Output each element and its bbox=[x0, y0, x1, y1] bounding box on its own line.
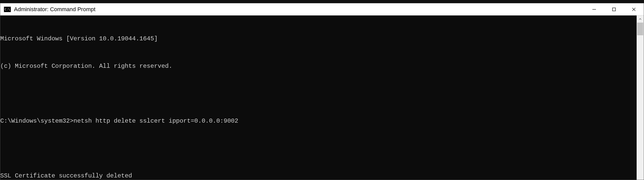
terminal-line: Microsoft Windows [Version 10.0.19044.16… bbox=[0, 34, 637, 43]
terminal-line bbox=[0, 89, 637, 98]
scroll-up-icon[interactable] bbox=[637, 15, 644, 23]
vertical-scrollbar[interactable] bbox=[637, 15, 644, 180]
terminal-line bbox=[0, 144, 637, 153]
cmd-icon: C:\ bbox=[4, 7, 11, 12]
minimize-icon bbox=[592, 7, 597, 12]
scroll-track[interactable] bbox=[637, 23, 644, 180]
minimize-button[interactable] bbox=[584, 3, 604, 15]
svg-rect-1 bbox=[612, 8, 616, 11]
terminal-output[interactable]: Microsoft Windows [Version 10.0.19044.16… bbox=[0, 15, 637, 180]
maximize-button[interactable] bbox=[604, 3, 624, 15]
background-bar bbox=[0, 0, 644, 3]
maximize-icon bbox=[611, 7, 617, 12]
command-prompt-window: C:\ Administrator: Command Prompt Micros… bbox=[0, 3, 644, 180]
terminal-line: C:\Windows\system32>netsh http delete ss… bbox=[0, 117, 637, 126]
terminal-line: SSL Certificate successfully deleted bbox=[0, 171, 637, 180]
close-button[interactable] bbox=[624, 3, 644, 15]
close-icon bbox=[631, 7, 636, 12]
titlebar[interactable]: C:\ Administrator: Command Prompt bbox=[0, 3, 644, 15]
window-controls bbox=[584, 3, 644, 15]
scroll-thumb[interactable] bbox=[637, 23, 643, 35]
client-area: Microsoft Windows [Version 10.0.19044.16… bbox=[0, 15, 644, 180]
window-title: Administrator: Command Prompt bbox=[14, 6, 584, 13]
terminal-line: (c) Microsoft Corporation. All rights re… bbox=[0, 62, 637, 71]
